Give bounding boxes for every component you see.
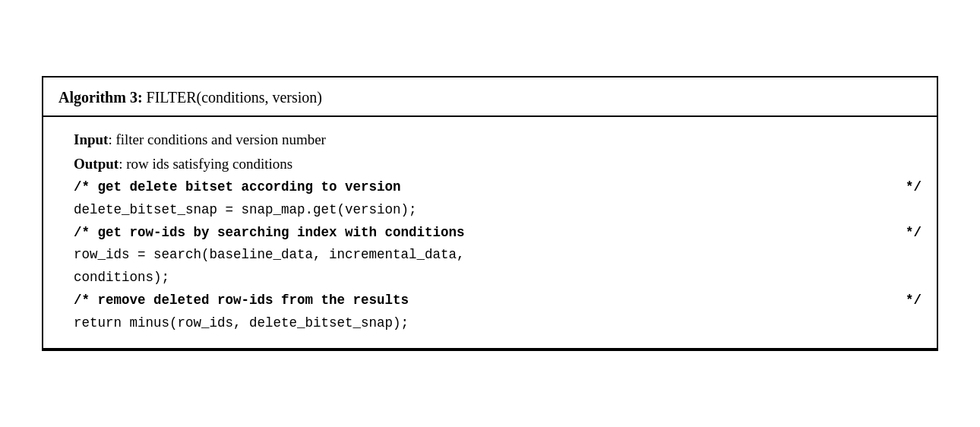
comment1-suffix: */: [906, 176, 922, 199]
code2b-line: conditions);: [74, 267, 922, 289]
output-label: Output: [74, 152, 119, 176]
algorithm-container: Algorithm 3: FILTER(conditions, version)…: [42, 76, 938, 352]
code3-line: return minus(row_ids, delete_bitset_snap…: [74, 312, 922, 335]
input-label: Input: [74, 128, 108, 152]
code1-text: delete_bitset_snap = snap_map.get(versio…: [74, 199, 417, 222]
output-text: : row ids satisfying conditions: [119, 152, 292, 176]
comment3-line: /* remove deleted row-ids from the resul…: [74, 289, 922, 312]
code3-text: return minus(row_ids, delete_bitset_snap…: [74, 312, 409, 335]
code2-line: row_ids = search(baseline_data, incremen…: [74, 244, 922, 267]
code2b-text: conditions);: [74, 267, 169, 289]
comment2-line: /* get row-ids by searching index with c…: [74, 222, 922, 245]
input-text: : filter conditions and version number: [108, 128, 326, 152]
comment3-suffix: */: [906, 289, 922, 312]
code1-line: delete_bitset_snap = snap_map.get(versio…: [74, 199, 922, 222]
input-line: Input: filter conditions and version num…: [74, 128, 922, 152]
comment2-suffix: */: [906, 222, 922, 245]
algorithm-title-normal: FILTER(conditions, version): [143, 89, 322, 106]
algorithm-header: Algorithm 3: FILTER(conditions, version): [43, 77, 937, 117]
comment3-text: /* remove deleted row-ids from the resul…: [74, 289, 409, 312]
code2-text: row_ids = search(baseline_data, incremen…: [74, 244, 465, 267]
comment1-text: /* get delete bitset according to versio…: [74, 176, 401, 199]
algorithm-title-bold: Algorithm 3:: [58, 89, 143, 106]
comment2-text: /* get row-ids by searching index with c…: [74, 222, 465, 245]
algorithm-body: Input: filter conditions and version num…: [43, 117, 937, 350]
comment1-line: /* get delete bitset according to versio…: [74, 176, 922, 199]
output-line: Output: row ids satisfying conditions: [74, 152, 922, 176]
